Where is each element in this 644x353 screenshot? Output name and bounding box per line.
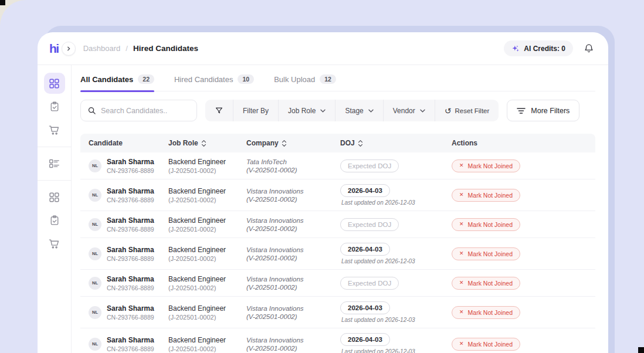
sidebar-item-cart-2[interactable] — [44, 233, 65, 254]
doj-pill[interactable]: Expected DOJ — [340, 218, 399, 231]
company-cell: Vistara Innovations (V-202501-0002) — [246, 276, 340, 291]
company-name: Vistara Innovations — [246, 305, 340, 312]
company-code: (V-202501-0002) — [246, 225, 340, 232]
breadcrumb-dashboard[interactable]: Dashboard — [83, 44, 121, 53]
chevron-right-icon — [66, 46, 71, 51]
doj-last-updated: Last updated on 2026-12-03 — [340, 348, 452, 353]
stage-dropdown[interactable]: Stage — [335, 100, 383, 121]
doj-pill[interactable]: 2026-04-03 — [340, 333, 390, 346]
reset-icon: ↺ — [445, 107, 452, 115]
mark-not-joined-button[interactable]: ✕ Mark Not Joined — [452, 338, 520, 351]
doj-pill[interactable]: Expected DOJ — [340, 277, 399, 290]
filter-bar: Filter By Job Role Stage — [205, 100, 499, 121]
role-code: (J-202501-0002) — [168, 314, 246, 321]
candidate-cell: NL Sarah Sharma CN-293766-8889 — [80, 275, 168, 291]
clipboard-check-icon — [49, 215, 60, 226]
tab-count-badge: 12 — [320, 74, 336, 84]
mark-not-joined-button[interactable]: ✕ Mark Not Joined — [452, 306, 520, 319]
candidate-id: CN-293766-8889 — [107, 314, 154, 321]
tab-all-candidates[interactable]: All Candidates 22 — [80, 74, 154, 91]
search-input[interactable] — [101, 107, 190, 115]
company-code: (V-202501-0002) — [246, 313, 340, 320]
table-row: NL Sarah Sharma CN-293766-8889 Backend E… — [80, 211, 595, 238]
doj-pill[interactable]: 2026-04-03 — [340, 243, 390, 256]
role-title: Backend Engineer — [168, 275, 246, 283]
tab-label: Hired Candidates — [174, 75, 233, 84]
screen: hi Dashboard / Hired Candidates — [0, 0, 644, 353]
doj-cell: 2026-04-03 Last updated on 2026-12-03 — [340, 333, 452, 353]
header-company[interactable]: Company — [246, 139, 340, 147]
mark-not-joined-button[interactable]: ✕ Mark Not Joined — [452, 277, 520, 290]
tab-hired-candidates[interactable]: Hired Candidates 10 — [174, 74, 254, 91]
ai-credits-badge[interactable]: AI Credits: 0 — [504, 40, 573, 56]
doj-pill[interactable]: 2026-04-03 — [340, 301, 390, 314]
table-row: NL Sarah Sharma CN-293766-8889 Backend E… — [80, 152, 595, 179]
doj-pill[interactable]: 2026-04-03 — [340, 184, 390, 197]
ai-credits-label: AI Credits: 0 — [524, 45, 565, 53]
job-role-cell: Backend Engineer (J-202501-0002) — [168, 304, 246, 321]
sidebar-item-candidates-list[interactable] — [44, 153, 65, 174]
vendor-dropdown[interactable]: Vendor — [384, 100, 435, 121]
avatar: NL — [89, 159, 101, 172]
mark-not-joined-label: Mark Not Joined — [468, 221, 513, 228]
doj-last-updated: Last updated on 2026-12-03 — [340, 258, 452, 264]
filter-by-label: Filter By — [233, 100, 279, 121]
screenshot-corner-artifact — [638, 347, 644, 353]
role-title: Backend Engineer — [168, 216, 246, 225]
candidate-cell: NL Sarah Sharma CN-293766-8889 — [80, 187, 168, 203]
company-cell: Vistara Innovations (V-202501-0002) — [246, 217, 340, 232]
sidebar-item-tasks-2[interactable] — [44, 210, 65, 231]
sidebar-item-cart[interactable] — [44, 120, 65, 141]
company-name: Vistara Innovations — [246, 217, 340, 224]
job-role-cell: Backend Engineer (J-202501-0002) — [168, 158, 246, 174]
funnel-filter-icon — [205, 100, 233, 121]
candidate-name: Sarah Sharma — [107, 187, 154, 195]
job-role-cell: Backend Engineer (J-202501-0002) — [168, 246, 246, 262]
sort-icon — [358, 140, 363, 147]
main-content: All Candidates 22 Hired Candidates 10 Bu… — [72, 65, 608, 353]
table-row: NL Sarah Sharma CN-293766-8889 Backend E… — [80, 238, 595, 270]
role-title: Backend Engineer — [168, 336, 246, 344]
sparkle-icon — [511, 45, 520, 53]
candidate-id: CN-293766-8889 — [107, 345, 154, 352]
mark-not-joined-button[interactable]: ✕ Mark Not Joined — [452, 247, 520, 260]
header-job-role[interactable]: Job Role — [168, 139, 246, 147]
header-doj[interactable]: DOJ — [340, 139, 452, 147]
company-name: Vistara Innovations — [246, 246, 340, 253]
avatar: NL — [89, 306, 101, 319]
sidebar-item-tasks[interactable] — [44, 96, 65, 117]
mark-not-joined-button[interactable]: ✕ Mark Not Joined — [452, 218, 520, 231]
sidebar-divider — [38, 147, 71, 147]
company-code: (V-202501-0002) — [246, 167, 340, 174]
shopping-cart-icon — [49, 125, 60, 135]
table-body: NL Sarah Sharma CN-293766-8889 Backend E… — [80, 152, 595, 353]
doj-pill[interactable]: Expected DOJ — [340, 159, 399, 172]
sidebar-item-dashboard[interactable] — [44, 73, 65, 94]
reset-filter-button[interactable]: ↺ Reset Filter — [435, 100, 499, 121]
toolbar: Filter By Job Role Stage — [80, 100, 595, 121]
sidebar-item-grid-2[interactable] — [44, 186, 65, 208]
candidates-table: Candidate Job Role Company — [80, 134, 595, 353]
job-role-dropdown[interactable]: Job Role — [279, 100, 335, 121]
candidate-id: CN-293766-8889 — [107, 255, 154, 262]
role-title: Backend Engineer — [168, 246, 246, 254]
candidate-id: CN-293766-8889 — [107, 284, 154, 291]
candidate-id: CN-293766-8889 — [107, 196, 154, 203]
actions-cell: ✕ Mark Not Joined — [452, 247, 595, 260]
notifications-bell-icon[interactable] — [584, 43, 594, 54]
top-bar: hi Dashboard / Hired Candidates — [38, 32, 608, 65]
candidate-cell: NL Sarah Sharma CN-293766-8889 — [80, 216, 168, 233]
candidate-cell: NL Sarah Sharma CN-293766-8889 — [80, 304, 168, 321]
sort-icon — [282, 140, 287, 147]
avatar: NL — [89, 189, 101, 202]
list-details-icon — [49, 158, 60, 169]
tab-count-badge: 22 — [138, 74, 154, 84]
more-filters-button[interactable]: More Filters — [507, 100, 579, 121]
mark-not-joined-button[interactable]: ✕ Mark Not Joined — [452, 189, 520, 202]
table-header-row: Candidate Job Role Company — [80, 134, 595, 152]
tab-bulk-upload[interactable]: Bulk Upload 12 — [274, 74, 336, 91]
breadcrumb-current: Hired Candidates — [133, 44, 198, 53]
app-logo: hi — [49, 42, 59, 56]
mark-not-joined-button[interactable]: ✕ Mark Not Joined — [452, 159, 520, 172]
sidebar-toggle-button[interactable] — [62, 42, 76, 56]
